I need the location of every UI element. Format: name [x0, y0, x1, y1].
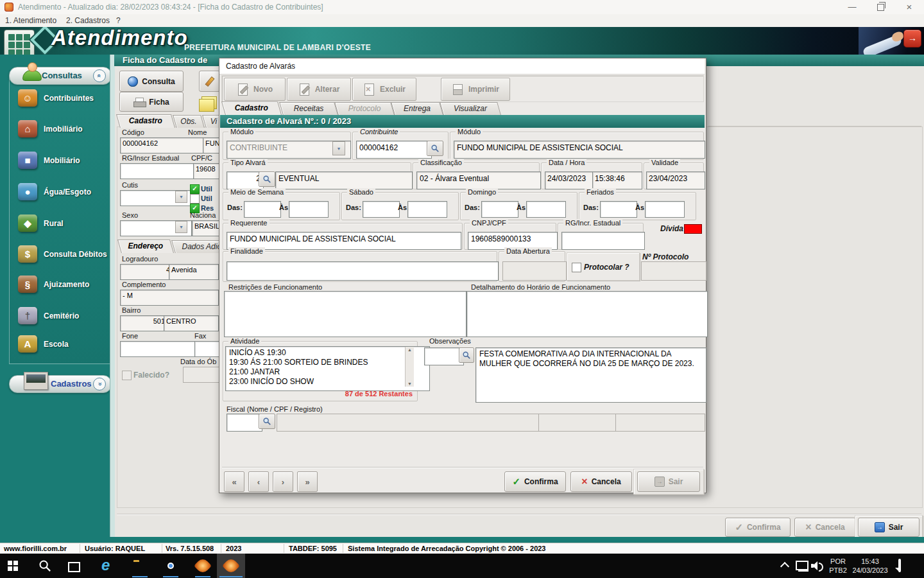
atividade-scrollbar[interactable]: ▲ ▼ [405, 347, 414, 387]
collapse-down-icon[interactable]: « [93, 378, 106, 390]
domingo-as-field[interactable] [526, 201, 566, 218]
fiscal-cpf-field[interactable] [538, 414, 617, 432]
chevron-down-icon[interactable]: ▼ [175, 221, 187, 233]
dlg-tab-cadastro[interactable]: Cadastro [221, 101, 282, 115]
protocolar-checkbox[interactable] [572, 263, 581, 272]
edit-button[interactable] [199, 71, 220, 92]
ficha-tab-obs[interactable]: Obs. [173, 115, 205, 128]
observacoes-search-button[interactable] [459, 347, 474, 363]
app-window-icon[interactable] [194, 557, 212, 575]
validade-field[interactable]: 23/04/2023 [646, 171, 705, 189]
alterar-button[interactable]: Alterar [287, 78, 351, 101]
data-field[interactable]: 24/03/2023 [545, 171, 595, 189]
fax-field[interactable] [194, 341, 220, 357]
sidebar-item-cemiterio[interactable]: † Cemitério [18, 307, 79, 324]
atividade-textarea[interactable]: INICÍO AS 19:30 19:30 ÁS 21:00 SORTEIO D… [225, 346, 430, 391]
network-icon[interactable] [796, 561, 809, 570]
minimize-icon[interactable]: — [841, 1, 863, 13]
meio-semana-as-field[interactable] [289, 201, 329, 218]
menu-atendimento[interactable]: 1. Atendimento [5, 16, 56, 25]
dlg-tab-visualizar[interactable]: Visualizar [440, 102, 501, 115]
feriados-as-field[interactable] [645, 201, 685, 218]
data-abertura-field[interactable] [502, 261, 567, 281]
sair-button[interactable]: → Sair [637, 471, 700, 492]
notes-icon[interactable] [199, 94, 217, 110]
sidebar-item-consulta-debitos[interactable]: $ Consulta Débitos [18, 245, 107, 263]
language-indicator[interactable]: PORPTB2 [826, 557, 850, 575]
ficha-button[interactable]: Ficha [119, 92, 184, 112]
collapse-up-icon[interactable]: « [93, 69, 106, 82]
sabado-as-field[interactable] [407, 201, 447, 218]
util1-checkbox[interactable]: ✓ [190, 184, 200, 194]
nav-first-button[interactable]: « [224, 471, 244, 492]
logradouro-num-field[interactable]: 4 [120, 264, 173, 280]
sidebar-item-agua-esgoto[interactable]: ● Água/Esgoto [18, 183, 91, 200]
tab-endereco[interactable]: Endereço [117, 240, 174, 253]
notification-center-icon[interactable] [898, 559, 901, 572]
fone-field[interactable] [120, 341, 198, 357]
sidebar-section-cadastros[interactable]: Cadastros « [9, 375, 112, 393]
confirma-button[interactable]: ✓ Confirma [504, 471, 566, 492]
ficha-cancela-button[interactable]: × Cancela [794, 518, 856, 537]
nav-last-button[interactable]: » [297, 471, 318, 492]
feriados-das-field[interactable] [600, 201, 637, 218]
ficha-sair-button[interactable]: → Sair [858, 518, 920, 537]
mdi-scrollbar[interactable] [110, 55, 115, 537]
logradouro-tipo-field[interactable]: Avenida [169, 264, 219, 280]
observacoes-textarea[interactable]: FESTA COMEMORATIVA AO DIA INTERNACIONAL … [475, 347, 706, 403]
close-icon[interactable]: × [898, 1, 920, 13]
task-view-icon[interactable] [68, 562, 80, 572]
rg-field[interactable] [120, 163, 197, 179]
dlg-tab-receitas[interactable]: Receitas [279, 102, 338, 115]
tipo-alvara-desc-field[interactable]: EVENTUAL [275, 171, 413, 189]
dlg-tab-entrega[interactable]: Entrega [391, 102, 443, 115]
sabado-das-field[interactable] [363, 201, 400, 218]
sidebar-item-ajuizamento[interactable]: § Ajuizamento [18, 276, 89, 293]
start-button-icon[interactable] [8, 561, 18, 571]
menu-cadastros[interactable]: 2. Cadastros [66, 16, 110, 25]
consulta-button[interactable]: Consulta [119, 71, 184, 92]
sidebar-item-mobiliario[interactable]: ■ Mobiliário [18, 152, 80, 169]
rg-incr-field[interactable] [561, 232, 645, 250]
bairro-nome-field[interactable]: CENTRO [164, 315, 219, 331]
contribuinte-search-button[interactable] [427, 141, 443, 156]
internet-explorer-icon[interactable]: e [101, 557, 110, 573]
restore-icon[interactable] [870, 1, 892, 13]
domingo-das-field[interactable] [481, 201, 518, 218]
data-obito-field[interactable] [183, 367, 220, 383]
observacoes-code-field[interactable] [424, 347, 464, 365]
tipo-alvara-search-button[interactable] [259, 171, 275, 187]
fiscal-search-button[interactable] [259, 414, 275, 429]
dlg-tab-protocolo[interactable]: Protocolo [334, 102, 395, 115]
taskbar-search-icon[interactable] [38, 559, 51, 575]
chevron-down-icon[interactable]: ▼ [332, 141, 345, 155]
cancela-button[interactable]: × Cancela [570, 471, 632, 492]
chevron-down-icon[interactable]: ▼ [175, 191, 187, 203]
modulo-desc-field[interactable]: FUNDO MUNICIPAL DE ASSISTENCIA SOCIAL [454, 141, 705, 159]
nav-next-button[interactable]: › [273, 471, 293, 492]
clock[interactable]: 15:4324/03/2023 [848, 557, 892, 575]
sidebar-item-rural[interactable]: ◆ Rural [18, 215, 64, 232]
codigo-field[interactable]: 000004162 [120, 137, 207, 153]
finalidade-field[interactable] [227, 261, 499, 281]
meio-semana-das-field[interactable] [244, 201, 281, 218]
imprimir-button[interactable]: Imprimir [441, 78, 510, 101]
ficha-tab-cadastro[interactable]: Cadastro [116, 114, 175, 128]
fiscal-code-field[interactable] [227, 414, 262, 432]
ficha-confirma-button[interactable]: ✓ Confirma [725, 518, 791, 537]
sidebar-item-contribuintes[interactable]: ☺ Contribuintes [18, 89, 94, 107]
novo-button[interactable]: Novo [224, 78, 286, 101]
sidebar-item-escola[interactable]: A Escola [18, 335, 69, 353]
classificacao-field[interactable]: 02 - Álvara Eventual [416, 171, 541, 189]
nav-prev-button[interactable]: ‹ [248, 471, 269, 492]
contribuinte-field[interactable]: 000004162 [356, 141, 432, 159]
excluir-button[interactable]: × Excluir [352, 78, 416, 101]
num-protocolo-field[interactable] [641, 261, 706, 281]
dialog-titlebar[interactable]: Cadastro de Alvarás [219, 58, 705, 74]
bairro-num-field[interactable]: 501 [120, 315, 167, 331]
sidebar-item-imobiliario[interactable]: ⌂ Imobiliário [18, 120, 83, 137]
complemento-field[interactable]: - M [120, 290, 219, 306]
hora-field[interactable]: 15:38:46 [592, 171, 642, 189]
detalhamento-textarea[interactable] [466, 291, 708, 337]
logout-icon[interactable]: → [903, 30, 921, 48]
